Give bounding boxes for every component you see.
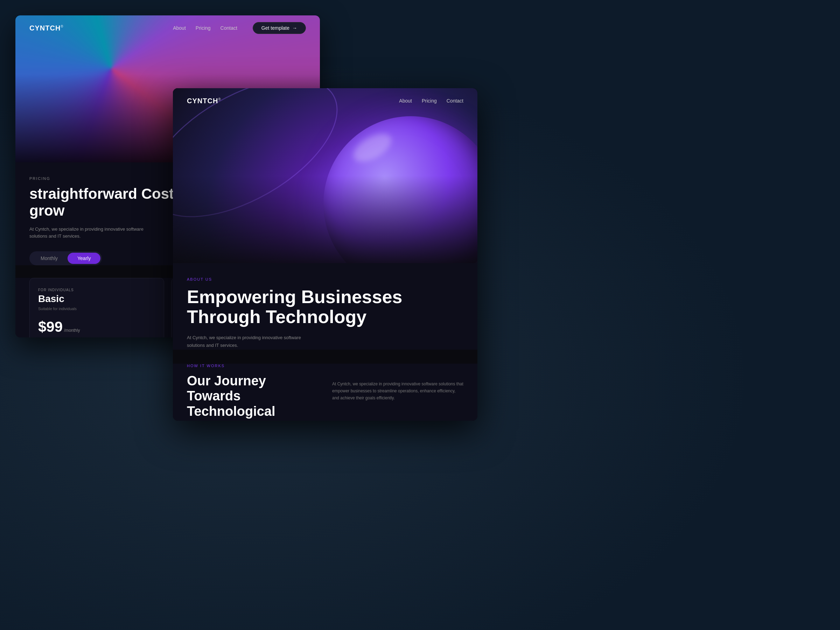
window-about: CYNTCH® About Pricing Contact ABOUT US E… (173, 88, 477, 421)
w2-nav-about[interactable]: About (399, 98, 412, 104)
w1-nav-links: About Pricing Contact Get template → (173, 22, 306, 34)
w2-how-text: At Cyntch, we specialize in providing in… (332, 381, 463, 402)
w1-nav-contact[interactable]: Contact (221, 25, 237, 31)
w1-nav-about[interactable]: About (173, 25, 186, 31)
w2-how-section: HOW IT WORKS Our Journey Towards Technol… (173, 364, 477, 421)
w2-how-right: At Cyntch, we specialize in providing in… (332, 364, 463, 421)
w1-basic-price-amount: $99 (38, 319, 63, 335)
w2-logo: CYNTCH® (187, 97, 221, 105)
w1-navbar: CYNTCH® About Pricing Contact Get templa… (16, 16, 320, 41)
w1-nav-pricing[interactable]: Pricing (196, 25, 211, 31)
w1-card-basic-tag: For individuals (38, 288, 155, 292)
w1-get-template-button[interactable]: Get template → (253, 22, 306, 34)
w2-how-label: HOW IT WORKS (187, 364, 318, 368)
w1-basic-price-period: /monthly (64, 328, 80, 333)
w2-hero-image: CYNTCH® About Pricing Contact (173, 88, 477, 263)
w1-card-basic: For individuals Basic Suitable for indiv… (29, 278, 164, 337)
w2-about-section: ABOUT US Empowering Businesses Through T… (173, 263, 477, 350)
w2-nav-pricing[interactable]: Pricing (422, 98, 437, 104)
w2-hero-overlay (173, 88, 477, 263)
w2-nav-contact[interactable]: Contact (447, 98, 463, 104)
w1-card-basic-desc: Suitable for individuals (38, 306, 155, 311)
w2-how-title: Our Journey Towards Technological Excell… (187, 373, 318, 421)
w2-navbar: CYNTCH® About Pricing Contact (173, 88, 477, 114)
w2-about-label: ABOUT US (187, 277, 463, 281)
w1-card-basic-name: Basic (38, 293, 155, 305)
w2-about-text: At Cyntch, we specialize in providing in… (187, 334, 320, 349)
w1-toggle-yearly[interactable]: Yearly (68, 253, 101, 264)
w1-billing-toggle: Monthly Yearly (29, 251, 102, 265)
w1-toggle-monthly[interactable]: Monthly (31, 253, 68, 264)
w2-nav-links: About Pricing Contact (399, 98, 463, 104)
w2-about-title: Empowering Businesses Through Technology (187, 287, 463, 327)
w2-how-left: HOW IT WORKS Our Journey Towards Technol… (187, 364, 318, 421)
w1-card-basic-price: $99 /monthly (38, 319, 155, 335)
w1-pricing-subtitle: At Cyntch, we specialize in providing in… (29, 226, 163, 240)
w1-logo: CYNTCH® (29, 24, 64, 32)
